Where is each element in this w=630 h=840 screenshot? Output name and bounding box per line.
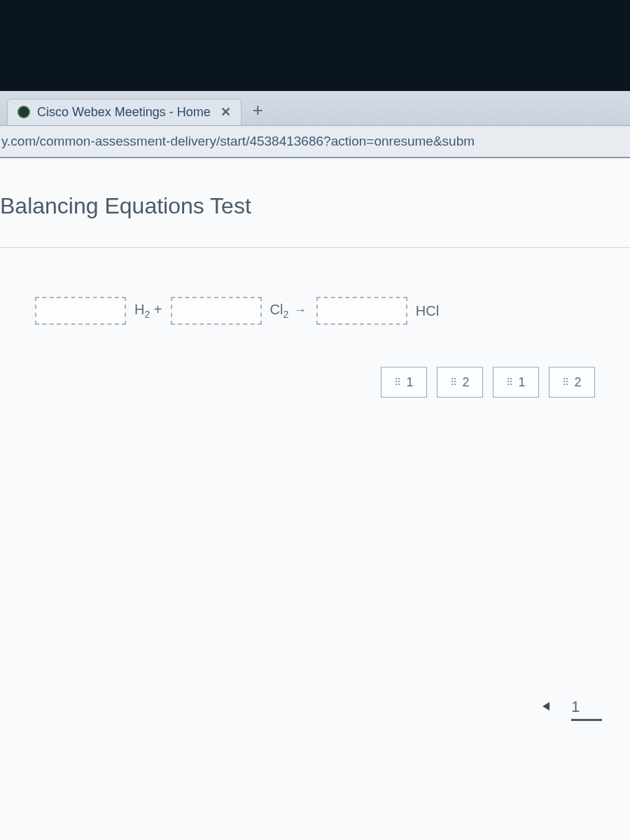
browser-window: Cisco Webex Meetings - Home ✕ + y.com/co…: [0, 91, 630, 840]
browser-tab[interactable]: Cisco Webex Meetings - Home ✕: [7, 99, 241, 125]
tab-bar: Cisco Webex Meetings - Home ✕ +: [0, 91, 630, 126]
coefficient-chip[interactable]: 2: [437, 367, 483, 398]
arrow-icon: →: [294, 303, 307, 317]
address-bar[interactable]: y.com/common-assessment-delivery/start/4…: [0, 126, 630, 158]
new-tab-button[interactable]: +: [253, 99, 263, 121]
grip-icon: [394, 380, 400, 385]
url-text: y.com/common-assessment-delivery/start/4…: [1, 134, 475, 149]
tab-close-icon[interactable]: ✕: [220, 106, 231, 118]
tab-title: Cisco Webex Meetings - Home: [37, 105, 211, 120]
webex-favicon: [18, 106, 30, 118]
page-number: 1: [571, 698, 602, 721]
grip-icon: [506, 380, 512, 385]
grip-icon: [562, 380, 568, 385]
coefficient-chip[interactable]: 1: [381, 367, 427, 398]
page-content: Balancing Equations Test H2 + Cl2 → HCl …: [0, 158, 630, 840]
coefficient-drop-1[interactable]: [35, 297, 126, 325]
coefficient-chip[interactable]: 1: [493, 367, 539, 398]
prev-page-icon[interactable]: [542, 702, 550, 710]
coefficient-bank: 1 2 1 2: [0, 346, 630, 398]
page-title: Balancing Equations Test: [0, 193, 630, 248]
equation-row: H2 + Cl2 → HCl: [0, 248, 630, 346]
coefficient-drop-2[interactable]: [171, 297, 262, 325]
coefficient-drop-3[interactable]: [316, 297, 407, 325]
reactant-1: H2 +: [132, 302, 165, 320]
grip-icon: [450, 380, 456, 385]
coefficient-chip[interactable]: 2: [549, 367, 595, 398]
product-1: HCl: [413, 303, 442, 319]
reactant-2: Cl2 →: [267, 302, 311, 320]
